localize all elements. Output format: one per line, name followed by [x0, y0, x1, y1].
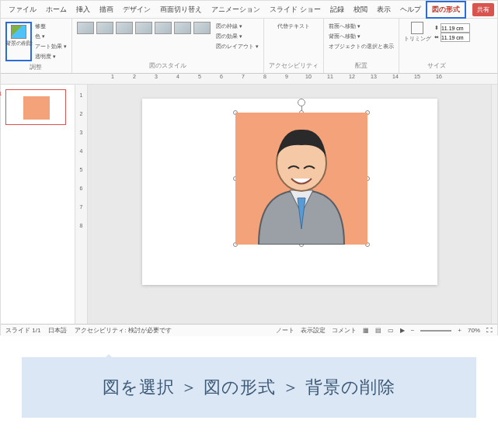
send-backward-button[interactable]: 背面へ移動 ▾ [329, 32, 394, 41]
group-label-accessibility: アクセシビリティ [269, 61, 319, 70]
menu-insert[interactable]: 挿入 [71, 2, 95, 17]
remove-background-button[interactable]: 背景の削除 [5, 22, 32, 61]
menu-review[interactable]: 校閲 [349, 2, 372, 17]
scrollbar-vertical[interactable] [491, 85, 497, 324]
instruction-text: 図を選択 ＞ 図の形式 ＞ 背景の削除 [103, 376, 395, 399]
picture-effects-button[interactable]: 図の効果 ▾ [216, 32, 259, 41]
slide[interactable] [142, 99, 437, 285]
group-arrange: 前面へ移動 ▾ 背面へ移動 ▾ オブジェクトの選択と表示 配置 [324, 19, 399, 73]
language-indicator[interactable]: 日本語 [48, 326, 67, 335]
group-label-adjust: 調整 [5, 63, 67, 71]
view-reading-icon[interactable]: ▭ [388, 327, 394, 334]
comments-button[interactable]: コメント [332, 326, 357, 335]
remove-background-icon [11, 25, 26, 39]
group-label-size: サイズ [404, 61, 470, 70]
display-settings-button[interactable]: 表示設定 [301, 326, 326, 335]
slide-counter: スライド 1/1 [5, 326, 40, 335]
powerpoint-window: ファイル ホーム 挿入 描画 デザイン 画面切り替え アニメーション スライド … [0, 0, 498, 335]
accessibility-status[interactable]: アクセシビリティ: 検討が必要です [75, 326, 171, 335]
width-icon: ⬌ [434, 34, 439, 40]
workspace: 1 12345678 [1, 85, 497, 324]
view-normal-icon[interactable]: ▦ [363, 327, 369, 334]
menu-draw[interactable]: 描画 [95, 2, 118, 17]
view-sorter-icon[interactable]: ▤ [375, 327, 381, 334]
style-preset[interactable] [193, 22, 211, 34]
style-preset[interactable] [116, 22, 133, 34]
zoom-in-button[interactable]: + [458, 327, 461, 334]
menu-file[interactable]: ファイル [4, 2, 41, 17]
slide-thumbnail[interactable]: 1 [5, 89, 66, 125]
alt-text-button[interactable]: 代替テキスト [269, 22, 319, 31]
rotate-handle[interactable] [298, 99, 305, 106]
share-button[interactable]: 共有 [472, 3, 494, 16]
menu-slideshow[interactable]: スライド ショー [265, 2, 326, 17]
menu-picture-format[interactable]: 図の形式 [426, 1, 466, 19]
transparency-button[interactable]: 透明度 ▾ [35, 52, 67, 61]
corrections-button[interactable]: 修整 [35, 22, 67, 31]
picture-layout-button[interactable]: 図のレイアウト ▾ [216, 42, 259, 51]
style-preset[interactable] [96, 22, 113, 34]
group-label-styles: 図のスタイル [77, 61, 259, 70]
height-input[interactable] [441, 23, 470, 33]
canvas[interactable] [88, 85, 491, 324]
style-preset[interactable] [155, 22, 172, 34]
zoom-slider[interactable] [420, 330, 451, 332]
statusbar: スライド 1/1 日本語 アクセシビリティ: 検討が必要です ノート 表示設定 … [1, 324, 497, 336]
group-adjust: 背景の削除 修整 色 ▾ アート効果 ▾ 透明度 ▾ 調整 [1, 19, 72, 73]
menu-animations[interactable]: アニメーション [207, 2, 265, 17]
menubar: ファイル ホーム 挿入 描画 デザイン 画面切り替え アニメーション スライド … [1, 1, 497, 18]
slide-number: 1 [0, 90, 2, 97]
crop-button[interactable]: トリミング [404, 34, 431, 43]
instruction-callout: 図を選択 ＞ 図の形式 ＞ 背景の削除 [22, 357, 476, 418]
fit-to-window-button[interactable]: ⛶ [486, 327, 493, 334]
style-preset[interactable] [77, 22, 94, 34]
color-button[interactable]: 色 ▾ [35, 32, 67, 41]
selected-image[interactable] [235, 113, 367, 245]
menu-transitions[interactable]: 画面切り替え [155, 2, 207, 17]
menu-home[interactable]: ホーム [41, 2, 71, 17]
style-preset[interactable] [174, 22, 191, 34]
zoom-out-button[interactable]: − [411, 327, 415, 334]
ruler-horizontal: 12345678910111213141516 [1, 74, 497, 85]
group-size: トリミング ⬍ ⬌ サイズ [399, 19, 475, 73]
thumb-image [23, 96, 50, 120]
artistic-effects-button[interactable]: アート効果 ▾ [35, 42, 67, 51]
slide-panel: 1 [1, 85, 75, 324]
menu-design[interactable]: デザイン [118, 2, 155, 17]
style-preset[interactable] [135, 22, 152, 34]
menu-help[interactable]: ヘルプ [395, 2, 426, 17]
view-slideshow-icon[interactable]: ▶ [400, 327, 405, 334]
ruler-vertical: 12345678 [75, 85, 88, 324]
width-input[interactable] [441, 33, 470, 42]
height-icon: ⬍ [434, 25, 439, 31]
remove-background-label: 背景の削除 [5, 39, 33, 48]
group-label-arrange: 配置 [329, 61, 394, 70]
picture-border-button[interactable]: 図の枠線 ▾ [216, 22, 259, 31]
zoom-level[interactable]: 70% [468, 327, 480, 334]
group-accessibility: 代替テキスト アクセシビリティ [264, 19, 324, 73]
selection-pane-button[interactable]: オブジェクトの選択と表示 [329, 42, 394, 51]
crop-icon [411, 22, 423, 34]
menu-view[interactable]: 表示 [372, 2, 395, 17]
ribbon: 背景の削除 修整 色 ▾ アート効果 ▾ 透明度 ▾ 調整 [1, 18, 497, 74]
notes-button[interactable]: ノート [276, 326, 294, 335]
person-illustration [235, 113, 367, 245]
menu-record[interactable]: 記録 [326, 2, 349, 17]
group-picture-styles: 図の枠線 ▾ 図の効果 ▾ 図のレイアウト ▾ 図のスタイル [72, 19, 264, 73]
bring-forward-button[interactable]: 前面へ移動 ▾ [329, 22, 394, 31]
